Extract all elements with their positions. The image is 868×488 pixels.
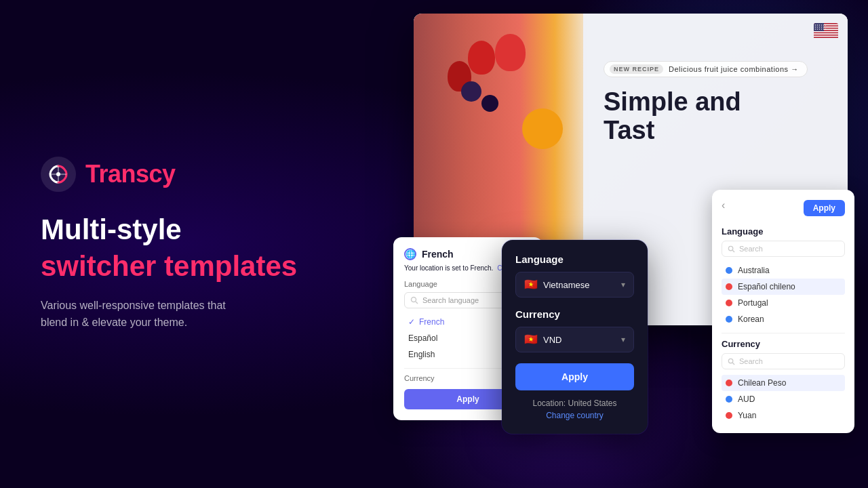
cm-location-text: Location: United States [515,399,634,408]
globe-icon: 🌐 [404,248,416,260]
cl-dot-aud [726,396,732,403]
cl-currency-item-yuan[interactable]: Yuan [722,407,845,424]
browser-headline-line1: Simple and [604,88,827,117]
cl-language-search[interactable]: Search [722,241,845,257]
svg-rect-6 [814,31,838,33]
cl-currency-item-aud[interactable]: AUD [722,391,845,407]
cm-currency-value: VND [543,335,561,345]
svg-rect-7 [814,33,838,35]
cf-currency-label: Currency [404,374,435,382]
us-flag[interactable]: ★★★★★★ ★★★★★ ★★★★★★ [814,23,838,39]
card-french-title: French [422,249,454,260]
recipe-badge-text: Delicious fruit juice combinations → [669,65,799,73]
cl-dot-portugal [726,300,732,306]
recipe-badge: NEW RECIPE Delicious fruit juice combina… [604,61,808,77]
svg-point-15 [728,246,732,250]
card-french-sub-lang: French. [470,264,493,272]
cl-back-button[interactable]: ‹ [722,199,725,211]
cm-currency-label: Currency [515,308,634,320]
cm-language-chevron: ▾ [621,280,625,289]
cl-currency-item-chilean[interactable]: Chilean Peso [722,375,845,391]
new-recipe-tag: NEW RECIPE [610,64,663,74]
logo-row: Transcy [41,157,366,192]
cl-search-icon [728,245,735,253]
cf-search-text: Search language [422,296,479,304]
cl-currency-aud: AUD [738,394,755,404]
svg-point-17 [728,359,732,363]
cl-apply-button[interactable]: Apply [804,200,845,216]
cl-lang-korean: Korean [738,314,764,324]
logo-text-accent: cy [149,160,176,188]
svg-line-18 [732,363,734,365]
strawberry-3 [495,34,526,71]
cl-lang-espanol: Español chileno [738,282,795,291]
left-panel: Transcy Multi-style switcher templates V… [41,157,366,331]
cl-dot-espanol [726,283,732,290]
cm-language-value: Vietnamese [543,280,589,290]
description: Various well-responsive templates thatbl… [41,297,298,331]
cm-currency-dropdown-inner: 🇻🇳 VND [524,334,561,345]
svg-line-16 [732,250,734,252]
cl-language-search-text: Search [739,245,763,253]
vn-flag-currency: 🇻🇳 [524,334,538,345]
cl-language-section-title: Language [722,224,845,237]
strawberry-1 [468,41,495,75]
transcy-logo-icon [41,157,76,192]
dark-berry-2 [481,95,498,112]
cl-lang-item-espanol[interactable]: Español chileno [722,279,845,295]
cl-currency-search-icon [728,358,735,365]
search-icon [410,296,418,304]
fruit-shapes [427,27,576,163]
cm-language-dropdown-inner: 🇻🇳 Vietnamese [524,279,589,290]
logo-text: Transcy [85,160,176,188]
cm-currency-chevron: ▾ [621,335,625,344]
svg-point-13 [412,298,416,302]
cm-language-label: Language [515,253,634,265]
cl-lang-item-australia[interactable]: Australia [722,262,845,279]
cm-change-country-link[interactable]: Change country [515,411,634,420]
cl-currency-search[interactable]: Search [722,353,845,369]
card-list: ‹ Apply Language Search Australia Españo… [712,190,854,433]
cl-dot-australia [726,267,732,274]
svg-rect-8 [814,36,838,37]
cl-currency-yuan: Yuan [738,411,756,420]
cm-language-dropdown[interactable]: 🇻🇳 Vietnamese ▾ [515,272,634,298]
svg-line-14 [416,302,418,304]
browser-headline-line2: Tast [604,117,827,145]
cm-currency-dropdown[interactable]: 🇻🇳 VND ▾ [515,327,634,352]
cl-currency-section: Currency Search Chilean Peso AUD Yuan [722,333,845,424]
cl-dot-korean [726,316,732,323]
card-main: Language 🇻🇳 Vietnamese ▾ Currency 🇻🇳 VND… [502,240,648,434]
cl-currency-chilean: Chilean Peso [738,378,786,388]
headline-line1: Multi-style [41,214,366,246]
cl-lang-item-portugal[interactable]: Portugal [722,295,845,311]
cl-lang-portugal: Portugal [738,298,768,308]
card-french-sub-text: Your location is set to [404,264,469,272]
orange-fruit [522,108,563,149]
cm-apply-button[interactable]: Apply [515,363,634,390]
cl-currency-section-title: Currency [722,339,845,349]
vn-flag-language: 🇻🇳 [524,279,538,290]
right-panel: ★★★★★★ ★★★★★ ★★★★★★ NEW RECIPE Delicious… [393,14,854,474]
cl-lang-item-korean[interactable]: Korean [722,311,845,327]
dark-berry-1 [461,81,481,102]
cl-header-row: ‹ Apply [722,199,845,217]
us-flag-icon: ★★★★★★ ★★★★★ ★★★★★★ [814,23,838,38]
cl-lang-australia: Australia [738,266,770,275]
cl-dot-chilean [726,380,732,386]
browser-headline: Simple and Tast [604,88,827,145]
svg-text:★★★★★★: ★★★★★★ [814,28,827,30]
logo-text-start: Trans [85,160,149,188]
headline-line2: switcher templates [41,250,366,283]
cl-dot-yuan [726,412,732,419]
cl-currency-search-text: Search [739,357,763,365]
